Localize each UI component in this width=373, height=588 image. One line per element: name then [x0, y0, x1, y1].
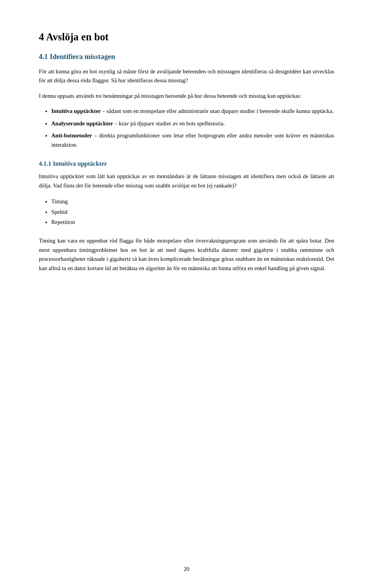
chapter-title: 4 Avslöja en bot	[39, 31, 334, 43]
bullet-dash-3: –	[94, 132, 99, 139]
section-4-1-1: 4.1.1 Intuitiva upptäckter Intuitiva upp…	[39, 160, 334, 273]
bullet-dash-1: –	[102, 108, 106, 114]
bullet-item-timing: Timing	[51, 196, 334, 206]
bullet-item-analyserande: Analyserande upptäckter – krav på djupar…	[51, 119, 334, 128]
bullet-timing-label: Timing	[51, 198, 68, 205]
bullet-label-analyserande: Analyserande upptäckter	[51, 120, 113, 127]
subsection-4-1-1-paragraph: Timing kan vara en uppenbar röd flagga f…	[39, 236, 334, 273]
bullet-label-anti-bot: Anti-botmetoder	[51, 132, 92, 139]
simple-bullet-list: Timing Speltid Repetition	[51, 196, 334, 227]
section-4-1-title: 4.1 Identifiera misstagen	[39, 52, 334, 61]
subsection-4-1-1-intro: Intuitiva upptäckter som lätt kan upptäc…	[39, 172, 334, 190]
bullet-speltid-label: Speltid	[51, 209, 68, 215]
bullet-item-repetition: Repetition	[51, 217, 334, 227]
bullet-text-intuitive: sådant som en motspelare eller administr…	[106, 108, 333, 114]
subsection-4-1-1-title: 4.1.1 Intuitiva upptäckter	[39, 160, 334, 167]
bullet-item-anti-bot: Anti-botmetoder – direkta programfunktio…	[51, 131, 334, 149]
bullet-item-intuitive: Intuitiva upptäckter – sådant som en mot…	[51, 107, 334, 116]
bullet-repetition-label: Repetition	[51, 219, 75, 225]
section-4-1-intro: För att kunna göra en bot osynlig så mås…	[39, 67, 334, 85]
bullet-dash-2: –	[115, 120, 119, 127]
bullet-item-speltid: Speltid	[51, 207, 334, 217]
bullet-text-analyserande: krav på djupare studier av en bots spelh…	[119, 120, 225, 127]
page: 4 Avslöja en bot 4.1 Identifiera misstag…	[0, 0, 373, 588]
section-4-1-bullet-list: Intuitiva upptäckter – sådant som en mot…	[51, 107, 334, 149]
section-4-1-paragraph: I denna uppsats används tre benämningar …	[39, 92, 334, 101]
page-number: 20	[184, 566, 190, 572]
bullet-label-intuitive: Intuitiva upptäckter	[51, 108, 101, 114]
